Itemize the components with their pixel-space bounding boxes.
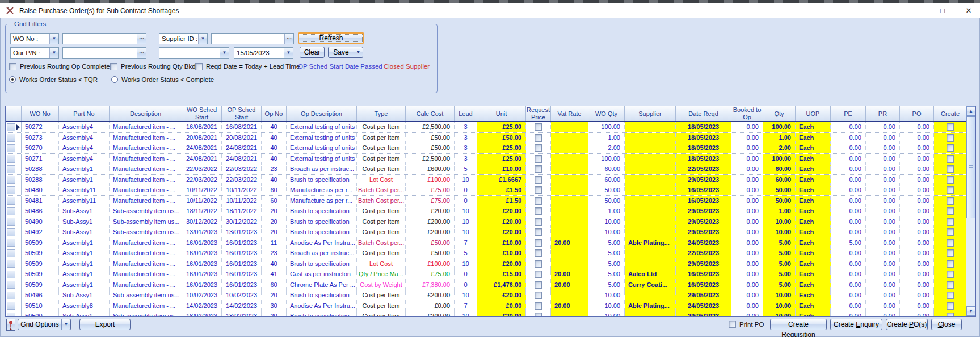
table-row[interactable]: 50509Assembly1Manufactured item - ...16/… <box>6 259 975 270</box>
cell-calc-cost[interactable]: £75.00 <box>406 185 455 195</box>
cell-lead[interactable]: 5 <box>455 248 477 259</box>
cell-op-description[interactable]: Brush to specification <box>287 227 357 238</box>
cell-uop[interactable]: Each <box>796 217 831 227</box>
cell-op-no[interactable]: 60 <box>262 196 287 206</box>
cell-lead[interactable]: 10 <box>455 175 477 185</box>
cell-wo-no[interactable]: 50509 <box>22 259 59 269</box>
cell-vat-rate[interactable] <box>551 290 588 301</box>
cell-booked-to-op[interactable]: 0.00 <box>731 280 763 290</box>
cell-pr[interactable]: 0.00 <box>866 227 900 238</box>
cell-date-reqd[interactable]: 16/05/2023 <box>676 185 731 195</box>
cell-pr[interactable]: 0.00 <box>866 164 900 174</box>
cell-unit[interactable]: £20.00 <box>477 217 526 227</box>
cell-unit[interactable]: £1.50 <box>477 196 526 206</box>
cell-pr[interactable]: 0.00 <box>866 280 900 290</box>
table-row[interactable]: 50509Assembly1Manufactured item - ...16/… <box>6 238 975 249</box>
cell-unit[interactable]: £50.00 <box>477 133 526 143</box>
minimize-button[interactable]: — <box>911 5 922 16</box>
cell-op-sched-start[interactable]: 18/11/2022 <box>222 206 262 217</box>
cell-wo-qty[interactable]: 2.00 <box>588 143 625 153</box>
cell-vat-rate[interactable] <box>551 248 588 259</box>
cell-calc-cost[interactable]: £200.00 <box>406 227 455 238</box>
record-selector-cell[interactable] <box>6 206 22 217</box>
cell-op-sched-start[interactable]: 18/02/2023 <box>222 311 262 316</box>
record-selector-cell[interactable] <box>6 227 22 238</box>
cell-part-no[interactable]: Assembly1 <box>59 259 110 269</box>
cell-wo-sched-start[interactable]: 22/03/2022 <box>182 175 222 185</box>
cell-pr[interactable]: 0.00 <box>866 311 900 316</box>
cell-vat-rate[interactable] <box>551 185 588 195</box>
cell-request-price[interactable] <box>526 206 551 217</box>
scrollbar-thumb[interactable] <box>966 116 975 218</box>
cell-supplier[interactable] <box>625 196 676 206</box>
cell-wo-qty[interactable]: 1.00 <box>588 133 625 143</box>
cell-wo-sched-start[interactable]: 22/03/2022 <box>182 164 222 174</box>
supplier-id-filter-combo[interactable]: Supplier ID : ▼ <box>159 33 208 44</box>
cell-supplier[interactable] <box>625 206 676 217</box>
cell-vat-rate[interactable] <box>551 311 588 316</box>
cell-po[interactable]: 0.00 <box>900 154 934 164</box>
cell-unit[interactable]: £25.00 <box>477 143 526 153</box>
cell-booked-to-op[interactable]: 0.00 <box>731 227 763 238</box>
cell-uop[interactable]: Each <box>796 185 831 195</box>
cell-op-description[interactable]: External testing of units <box>287 133 357 143</box>
request-price-checkbox[interactable] <box>535 228 542 236</box>
cell-wo-no[interactable]: 50492 <box>22 227 59 238</box>
cell-uop[interactable]: Each <box>796 227 831 238</box>
cell-booked-to-op[interactable]: 0.00 <box>731 217 763 227</box>
cell-po[interactable]: 0.00 <box>900 227 934 238</box>
table-row[interactable]: 50510Assembly8Manufactured item - ...14/… <box>6 301 975 312</box>
table-row[interactable]: 50481Assembly11Manufactured item - ...10… <box>6 196 975 207</box>
cell-date-reqd[interactable]: 29/05/2023 <box>676 175 731 185</box>
cell-type[interactable]: Cost per Item <box>357 164 406 174</box>
cell-op-sched-start[interactable]: 24/08/2021 <box>222 143 262 153</box>
cell-po[interactable]: 0.00 <box>900 122 934 132</box>
cell-op-no[interactable]: 20 <box>262 206 287 217</box>
create-checkbox[interactable] <box>947 260 954 268</box>
cell-type[interactable]: Cost per Item <box>357 154 406 164</box>
create-checkbox[interactable] <box>947 207 954 215</box>
shortages-grid[interactable]: WO NoPart NoDescriptionWO Sched StartOP … <box>5 106 976 317</box>
cell-pe[interactable]: 0.00 <box>831 154 866 164</box>
cell-po[interactable]: 0.00 <box>900 143 934 153</box>
cell-po[interactable]: 0.00 <box>900 185 934 195</box>
cell-op-no[interactable]: 20 <box>262 290 287 301</box>
cell-unit[interactable]: £1.6667 <box>477 175 526 185</box>
cell-booked-to-op[interactable]: 0.00 <box>731 122 763 132</box>
record-selector-cell[interactable] <box>6 259 22 269</box>
cell-lead[interactable]: 7 <box>455 238 477 248</box>
cell-uop[interactable]: Each <box>796 143 831 153</box>
cell-qty[interactable]: 5.00 <box>763 280 796 290</box>
cell-date-reqd[interactable]: 29/05/2023 <box>676 206 731 217</box>
cell-wo-sched-start[interactable]: 16/01/2023 <box>182 269 222 280</box>
cell-uop[interactable]: Each <box>796 122 831 132</box>
cell-lead[interactable]: 0 <box>455 269 477 280</box>
cell-create[interactable] <box>934 248 967 259</box>
table-row[interactable]: 50490Sub-Assy1Sub-assembly item us...30/… <box>6 217 975 228</box>
cell-pr[interactable]: 0.00 <box>866 238 900 248</box>
cell-unit[interactable]: £0.00 <box>477 301 526 311</box>
cell-supplier[interactable] <box>625 259 676 269</box>
create-checkbox[interactable] <box>947 292 954 299</box>
cell-request-price[interactable] <box>526 217 551 227</box>
cell-pe[interactable]: 0.00 <box>831 290 866 301</box>
cell-booked-to-op[interactable]: 0.00 <box>731 301 763 311</box>
cell-op-description[interactable]: External testing of units <box>287 143 357 153</box>
cell-pe[interactable]: 0.00 <box>831 269 866 280</box>
cell-wo-qty[interactable]: 5.00 <box>588 238 625 248</box>
grid-options-dropdown-button[interactable]: ▼ <box>61 319 71 330</box>
cell-supplier[interactable] <box>625 164 676 174</box>
col-header-description[interactable]: Description <box>110 106 182 121</box>
cell-uop[interactable]: Each <box>796 206 831 217</box>
cell-part-no[interactable]: Sub-Assy1 <box>59 206 110 217</box>
cell-date-reqd[interactable]: 18/05/2023 <box>676 143 731 153</box>
cell-vat-rate[interactable]: 20.00 <box>551 238 588 248</box>
cell-op-no[interactable]: 60 <box>262 185 287 195</box>
create-checkbox[interactable] <box>947 155 954 163</box>
cell-part-no[interactable]: Assembly1 <box>59 175 110 185</box>
cell-unit[interactable]: £10.00 <box>477 164 526 174</box>
cell-wo-no[interactable]: 50509 <box>22 248 59 259</box>
cell-create[interactable] <box>934 311 967 316</box>
table-row[interactable]: 50509Assembly1Manufactured item - ...16/… <box>6 269 975 280</box>
cell-op-sched-start[interactable]: 24/08/2021 <box>222 154 262 164</box>
